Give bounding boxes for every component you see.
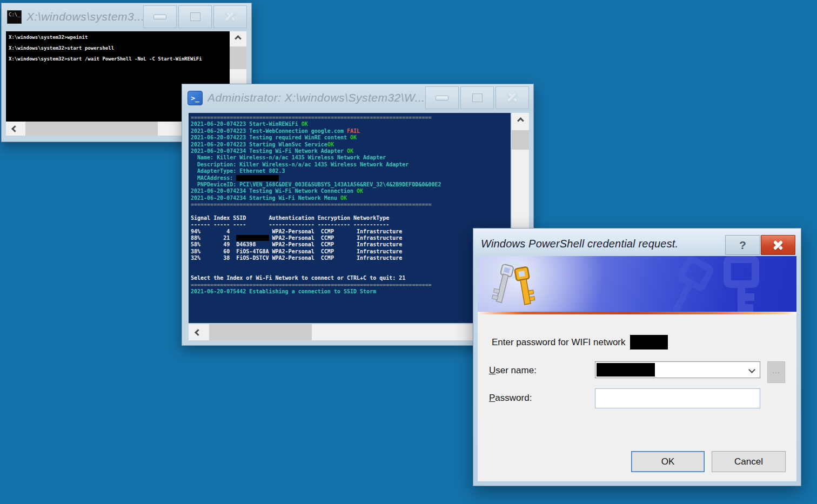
username-label: User name:	[489, 365, 537, 376]
ps-window-title: Administrator: X:\windows\System32\W...	[207, 91, 425, 104]
dialog-banner	[478, 256, 796, 312]
close-icon	[506, 91, 519, 104]
password-label: Password:	[489, 393, 532, 404]
ps-minimize-button[interactable]	[425, 86, 459, 109]
maximize-icon	[191, 13, 200, 21]
browse-users-button[interactable]: ...	[767, 361, 785, 383]
cmd-minimize-button[interactable]	[143, 5, 177, 28]
dialog-title: Windows PowerShell credential request.	[481, 238, 678, 250]
cmd-close-button[interactable]	[213, 5, 247, 28]
cmd-window-title: X:\windows\system3...	[26, 10, 143, 23]
chevron-down-icon[interactable]	[748, 366, 755, 373]
cmd-titlebar[interactable]: C:\_ X:\windows\system3...	[2, 3, 251, 30]
dialog-form: Enter password for WIFI network User nam…	[478, 314, 796, 482]
ps-titlebar[interactable]: >_ Administrator: X:\windows\System32\W.…	[182, 84, 533, 111]
close-icon	[772, 239, 785, 252]
keys-icon	[488, 258, 543, 312]
close-icon	[224, 10, 237, 23]
ps-maximize-button[interactable]	[460, 86, 494, 109]
ps-vscroll-thumb[interactable]	[512, 130, 529, 150]
cmd-maximize-button[interactable]	[178, 5, 212, 28]
minimize-icon	[153, 15, 166, 19]
dialog-close-button[interactable]	[761, 235, 795, 255]
scroll-left-icon[interactable]	[189, 324, 207, 340]
username-combobox[interactable]	[595, 361, 760, 378]
ps-hscroll-thumb[interactable]	[209, 324, 312, 340]
ps-close-button[interactable]	[495, 86, 529, 109]
keys-watermark-icon	[662, 256, 787, 312]
powershell-icon: >_	[187, 91, 203, 105]
enter-password-message: Enter password for WIFI network	[492, 337, 626, 348]
cmd-prompt-icon: C:\_	[7, 10, 22, 24]
maximize-icon	[473, 94, 482, 102]
ps-console-output[interactable]: ========================================…	[189, 113, 511, 323]
cmd-hscroll-thumb[interactable]	[25, 122, 158, 136]
cmd-vscroll-thumb[interactable]	[230, 46, 246, 69]
ok-button[interactable]: OK	[631, 451, 705, 472]
help-button[interactable]: ?	[725, 235, 760, 255]
scroll-up-icon[interactable]	[512, 113, 529, 128]
redacted-username-value	[597, 363, 655, 377]
password-field[interactable]	[595, 388, 760, 408]
minimize-icon	[436, 96, 448, 100]
scroll-left-icon[interactable]	[6, 122, 23, 136]
dialog-content: Enter password for WIFI network User nam…	[478, 256, 796, 481]
credential-dialog: Windows PowerShell credential request. ?	[473, 228, 801, 486]
redacted-network-name	[630, 335, 668, 350]
cancel-button[interactable]: Cancel	[712, 451, 786, 472]
scroll-up-icon[interactable]	[230, 31, 246, 45]
